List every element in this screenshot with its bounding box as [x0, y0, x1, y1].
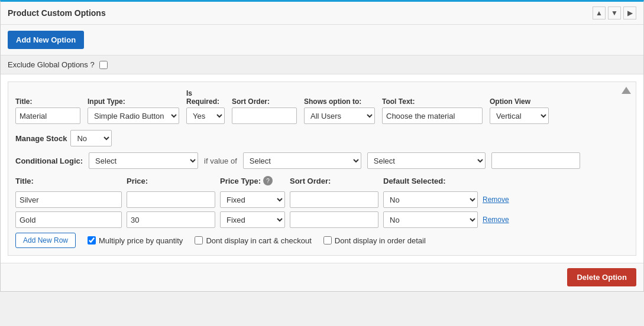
item-default-select-2[interactable]: No Yes [383, 211, 478, 228]
item-title-input-1[interactable] [15, 191, 122, 208]
items-title-label: Title: [15, 177, 34, 185]
title-label: Title: [15, 97, 80, 106]
cond-select-1[interactable]: Select [89, 152, 198, 169]
product-custom-options-panel: Product Custom Options ▲ ▼ ▶ Add New Opt… [0, 0, 644, 292]
exclude-global-row: Exclude Global Options ? [1, 56, 643, 74]
item-remove-link-2[interactable]: Remove [483, 216, 509, 224]
option-view-field-group: Option View Vertical Horizontal [490, 97, 549, 124]
sort-order-input[interactable] [232, 107, 297, 124]
tool-text-input[interactable] [382, 107, 483, 124]
sort-order-label: Sort Order: [232, 97, 297, 106]
sort-order-field-group: Sort Order: [232, 97, 297, 124]
items-header: Title: Price: Price Type: ? Sort Order: … [15, 176, 629, 188]
item-price-input-1[interactable] [127, 191, 215, 208]
items-price-label: Price: [127, 177, 148, 185]
item-default-select-1[interactable]: No Yes [383, 191, 478, 208]
manage-stock-select[interactable]: No Yes [70, 130, 112, 146]
item-row: Fixed Percent No Yes Remove [15, 191, 629, 208]
dont-display-cart-text: Dont display in cart & checkout [206, 236, 311, 245]
panel-footer: Delete Option [1, 263, 643, 291]
tool-text-field-group: Tool Text: [382, 97, 483, 124]
is-required-field-group: IsRequired: Yes No [186, 89, 225, 124]
exclude-global-label: Exclude Global Options ? [8, 60, 95, 69]
dont-display-cart-label: Dont display in cart & checkout [195, 236, 311, 245]
triangle-icon [622, 87, 631, 94]
shows-option-select[interactable]: All Users Logged In Guest [304, 107, 375, 124]
input-type-label: Input Type: [88, 97, 179, 106]
toolbar: Add New Option [1, 25, 643, 56]
bottom-options-row: Add New Row Multiply price by quantity D… [15, 233, 629, 248]
shows-option-label: Shows option to: [304, 97, 375, 106]
shows-option-field-group: Shows option to: All Users Logged In Gue… [304, 97, 375, 124]
panel-controls: ▲ ▼ ▶ [593, 6, 636, 19]
item-price-type-select-1[interactable]: Fixed Percent [220, 191, 285, 208]
item-row: Fixed Percent No Yes Remove [15, 211, 629, 228]
panel-title: Product Custom Options [8, 8, 106, 18]
dont-display-order-text: Dont display in order detail [335, 236, 426, 245]
items-sort-order-label: Sort Order: [290, 177, 331, 185]
option-view-label: Option View [490, 97, 549, 106]
item-remove-link-1[interactable]: Remove [483, 195, 509, 204]
multiply-price-label: Multiply price by quantity [88, 236, 183, 245]
cond-select-2[interactable]: Select [243, 152, 361, 169]
option-view-select[interactable]: Vertical Horizontal [490, 107, 549, 124]
collapse-down-btn[interactable]: ▼ [608, 6, 621, 19]
manage-stock-row: Manage Stock No Yes [15, 130, 629, 146]
input-type-select[interactable]: Simple Radio Button Radio Button Checkbo… [88, 107, 179, 124]
title-input[interactable] [15, 107, 80, 124]
conditional-logic-row: Conditional Logic: Select if value of Se… [15, 152, 629, 169]
cond-logic-label: Conditional Logic: [15, 157, 83, 165]
delete-option-button[interactable]: Delete Option [567, 268, 636, 286]
price-type-help-icon[interactable]: ? [263, 176, 273, 185]
input-type-field-group: Input Type: Simple Radio Button Radio Bu… [88, 97, 179, 124]
dont-display-order-checkbox[interactable] [323, 236, 332, 244]
exclude-global-checkbox[interactable] [99, 61, 108, 69]
multiply-price-text: Multiply price by quantity [99, 236, 183, 245]
item-title-input-2[interactable] [15, 211, 122, 228]
tool-text-label: Tool Text: [382, 97, 483, 106]
add-new-row-button[interactable]: Add New Row [15, 233, 76, 248]
dont-display-order-label: Dont display in order detail [323, 236, 426, 245]
items-default-label: Default Selected: [383, 177, 445, 185]
main-fields-row: Title: Input Type: Simple Radio Button R… [15, 89, 629, 124]
item-price-input-2[interactable] [127, 211, 215, 228]
cond-select-3[interactable]: Select [367, 152, 486, 169]
add-new-option-button[interactable]: Add New Option [8, 31, 84, 49]
dont-display-cart-checkbox[interactable] [195, 236, 203, 244]
item-sort-order-input-2[interactable] [290, 211, 378, 228]
cond-value-input[interactable] [491, 152, 580, 169]
expand-btn[interactable]: ▶ [623, 6, 636, 19]
items-price-type-label: Price Type: [220, 177, 261, 185]
collapse-up-btn[interactable]: ▲ [593, 6, 606, 19]
item-sort-order-input-1[interactable] [290, 191, 378, 208]
title-field-group: Title: [15, 97, 80, 124]
panel-header: Product Custom Options ▲ ▼ ▶ [1, 2, 643, 25]
multiply-price-checkbox[interactable] [88, 236, 96, 244]
is-required-label: IsRequired: [186, 89, 225, 106]
is-required-select[interactable]: Yes No [186, 107, 225, 124]
manage-stock-label: Manage Stock [15, 134, 67, 143]
option-block: Title: Input Type: Simple Radio Button R… [8, 82, 636, 256]
if-value-label: if value of [204, 157, 237, 165]
item-price-type-select-2[interactable]: Fixed Percent [220, 211, 285, 228]
